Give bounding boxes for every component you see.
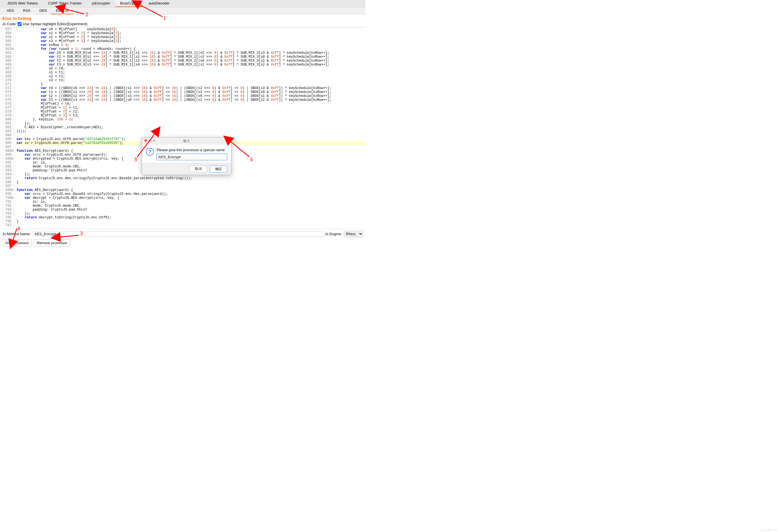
dialog-ok-button[interactable]: 确定 [210,165,227,172]
top-tab-csrf-token-tracker[interactable]: CSRF Token Tracker [43,0,87,7]
remove-processor-button[interactable]: Remove processor [34,240,70,247]
code-editor[interactable]: 657 658 659 660 661 662⊟ 663 664 665 666… [0,27,365,229]
top-tab-burpcrypto[interactable]: BurpCrypto [115,0,144,7]
sub-tab-des[interactable]: DES [35,7,52,14]
top-tab-jsencrypter[interactable]: jsEncrypter [87,0,115,7]
editor-code[interactable]: var s0 = M[offset] keySchedule[0]; var s… [15,28,365,227]
annotation-1: 1 [163,15,166,21]
sub-tabs: AESRSADESExec Js [0,7,365,14]
zoom-icon [153,139,155,142]
annotation-6: 6 [250,157,253,163]
input-dialog: 输入 ? Please give this processor a specia… [142,137,232,175]
bottom-bar: Js Method Name: Js Engine: Rhino [0,229,365,239]
dialog-input[interactable] [157,154,227,160]
close-icon[interactable] [144,139,147,142]
add-processor-button[interactable]: Add processor [2,240,32,247]
syntax-checkbox[interactable] [18,22,21,26]
annotation-3: 3 [80,231,83,236]
syntax-label: Use Syntax highlight Editor(Experiment) [23,22,87,26]
jscode-label: Js Code: [2,22,16,26]
engine-label: Js Engine: [325,232,342,236]
annotation-2: 2 [86,12,88,18]
method-label: Js Method Name: [2,232,31,236]
sub-tab-rsa[interactable]: RSA [18,7,35,14]
method-name-input[interactable] [33,231,323,237]
sub-tab-aes[interactable]: AES [2,7,18,14]
minimize-icon [148,139,151,142]
section-title: Exec Js Setting [0,14,365,21]
annotation-5: 5 [135,157,137,163]
top-tabs: JSON Web TokensCSRF Token TrackerjsEncry… [0,0,365,7]
dialog-titlebar[interactable]: 输入 [142,138,231,145]
top-tab-json-web-tokens[interactable]: JSON Web Tokens [2,0,43,7]
question-icon: ? [146,148,154,156]
top-tab-autodecoder[interactable]: autoDecoder [144,0,175,7]
jscode-row: Js Code: Use Syntax highlight Editor(Exp… [0,21,365,27]
annotation-4: 4 [17,226,20,231]
sub-tab-exec-js[interactable]: Exec Js [51,7,73,14]
dialog-cancel-button[interactable]: 取消 [190,165,207,172]
dialog-title: 输入 [183,139,190,143]
engine-select[interactable]: Rhino [343,231,363,237]
editor-gutter: 657 658 659 660 661 662⊟ 663 664 665 666… [0,28,15,227]
dialog-prompt: Please give this processor a special nam… [157,148,227,152]
button-row: Add processor Remove processor [0,239,365,249]
